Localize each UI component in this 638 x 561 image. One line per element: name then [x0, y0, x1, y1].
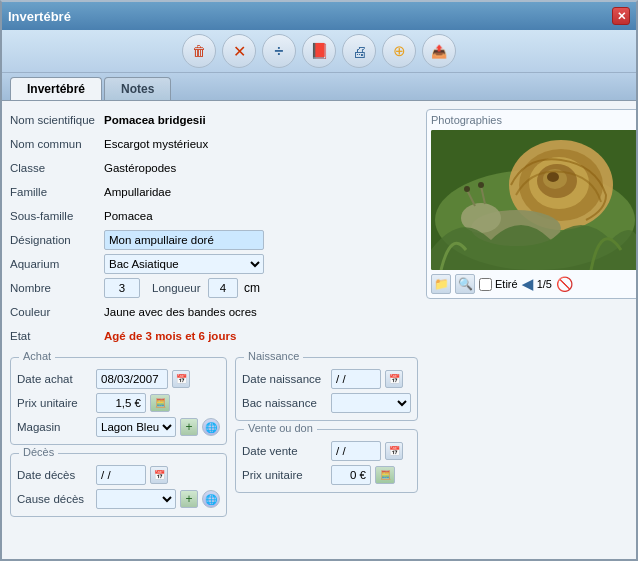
- designation-input[interactable]: [104, 230, 264, 250]
- help-button[interactable]: ⊕: [382, 34, 416, 68]
- achat-section: Achat Date achat 📅 Prix unitaire 🧮: [10, 353, 227, 517]
- designation-row: Désignation: [10, 229, 418, 251]
- right-panel: Photographies: [426, 109, 636, 551]
- cause-deces-select[interactable]: [96, 489, 176, 509]
- prix-vente-label: Prix unitaire: [242, 469, 327, 481]
- photo-controls: 📁 🔍 Etiré ◀ 1/5 🚫: [431, 274, 636, 294]
- longueur-input[interactable]: [208, 278, 238, 298]
- magnify-icon: 🔍: [458, 277, 473, 291]
- longueur-label: Longueur: [144, 282, 204, 294]
- couleur-row: Couleur Jaune avec des bandes ocres: [10, 301, 418, 323]
- cm-unit: cm: [244, 281, 260, 295]
- nombre-input[interactable]: [104, 278, 140, 298]
- magasin-add-button[interactable]: +: [180, 418, 198, 436]
- classe-value: Gastéropodes: [104, 162, 176, 174]
- nom-commun-label: Nom commun: [10, 138, 100, 150]
- couleur-value: Jaune avec des bandes ocres: [104, 306, 257, 318]
- photo-section-label: Photographies: [431, 114, 636, 126]
- toolbar: 🗑 ✕ ÷ 📕 🖨 ⊕ 📤: [2, 30, 636, 73]
- photo-zoom-button[interactable]: 🔍: [455, 274, 475, 294]
- date-deces-input[interactable]: [96, 465, 146, 485]
- nombre-longueur-row: Nombre Longueur cm: [10, 277, 418, 299]
- book-button[interactable]: 📕: [302, 34, 336, 68]
- magasin-row: Magasin Lagon Bleu + 🌐: [17, 416, 220, 438]
- photo-box: Photographies: [426, 109, 636, 299]
- cause-add-button[interactable]: +: [180, 490, 198, 508]
- date-achat-row: Date achat 📅: [17, 368, 220, 390]
- date-vente-label: Date vente: [242, 445, 327, 457]
- famille-row: Famille Ampullaridae: [10, 181, 418, 203]
- etiree-checkbox-label[interactable]: Etiré: [479, 278, 518, 291]
- divide-button[interactable]: ÷: [262, 34, 296, 68]
- date-deces-label: Date décès: [17, 469, 92, 481]
- bottom-sections: Achat Date achat 📅 Prix unitaire 🧮: [10, 353, 418, 517]
- photo-prev-button[interactable]: ◀: [522, 276, 533, 292]
- prix-unitaire-input[interactable]: [96, 393, 146, 413]
- date-vente-input[interactable]: [331, 441, 381, 461]
- famille-value: Ampullaridae: [104, 186, 171, 198]
- print-button[interactable]: 🖨: [342, 34, 376, 68]
- date-deces-calendar-button[interactable]: 📅: [150, 466, 168, 484]
- etat-label: Etat: [10, 330, 100, 342]
- deces-label: Décès: [19, 446, 58, 458]
- etiree-checkbox[interactable]: [479, 278, 492, 291]
- left-panel: Nom scientifique Pomacea bridgesii Nom c…: [10, 109, 418, 551]
- tab-notes[interactable]: Notes: [104, 77, 171, 100]
- close-window-button[interactable]: ✕: [612, 7, 630, 25]
- trash-button[interactable]: ✕: [222, 34, 256, 68]
- date-deces-row: Date décès 📅: [17, 464, 220, 486]
- date-naissance-calendar-button[interactable]: 📅: [385, 370, 403, 388]
- naissance-label: Naissance: [244, 350, 303, 362]
- date-achat-input[interactable]: [96, 369, 168, 389]
- right-sub-sections: Naissance Date naissance 📅 Bac naissance: [235, 353, 418, 517]
- aquarium-label: Aquarium: [10, 258, 100, 270]
- date-vente-calendar-button[interactable]: 📅: [385, 442, 403, 460]
- etiree-label: Etiré: [495, 278, 518, 290]
- achat-group: Achat Date achat 📅 Prix unitaire 🧮: [10, 357, 227, 445]
- photo-delete-button[interactable]: 🚫: [556, 276, 573, 292]
- classe-row: Classe Gastéropodes: [10, 157, 418, 179]
- prix-unitaire-label: Prix unitaire: [17, 397, 92, 409]
- bac-naissance-label: Bac naissance: [242, 397, 327, 409]
- export-button[interactable]: 📤: [422, 34, 456, 68]
- nom-commun-value: Escargot mystérieux: [104, 138, 208, 150]
- designation-label: Désignation: [10, 234, 100, 246]
- svg-point-7: [547, 172, 559, 182]
- main-window: Invertébré ✕ 🗑 ✕ ÷ 📕 🖨 ⊕ 📤 Invertébré No…: [0, 0, 638, 561]
- prix-unitaire-row: Prix unitaire 🧮: [17, 392, 220, 414]
- prix-vente-calc-button[interactable]: 🧮: [375, 466, 395, 484]
- bac-naissance-row: Bac naissance: [242, 392, 411, 414]
- date-vente-row: Date vente 📅: [242, 440, 411, 462]
- aquarium-select[interactable]: Bac Asiatique: [104, 254, 264, 274]
- prix-calc-button[interactable]: 🧮: [150, 394, 170, 412]
- tab-invertebrate[interactable]: Invertébré: [10, 77, 102, 100]
- cause-web-button[interactable]: 🌐: [202, 490, 220, 508]
- nom-scientifique-label: Nom scientifique: [10, 114, 100, 126]
- date-achat-calendar-button[interactable]: 📅: [172, 370, 190, 388]
- folder-icon: 📁: [434, 277, 449, 291]
- svg-point-13: [478, 182, 484, 188]
- date-achat-label: Date achat: [17, 373, 92, 385]
- naissance-group: Naissance Date naissance 📅 Bac naissance: [235, 357, 418, 421]
- sous-famille-label: Sous-famille: [10, 210, 100, 222]
- nom-commun-row: Nom commun Escargot mystérieux: [10, 133, 418, 155]
- title-bar: Invertébré ✕: [2, 2, 636, 30]
- prix-vente-row: Prix unitaire 🧮: [242, 464, 411, 486]
- date-naissance-label: Date naissance: [242, 373, 327, 385]
- delete-button[interactable]: 🗑: [182, 34, 216, 68]
- photo-display: [431, 130, 636, 270]
- content-area: Nom scientifique Pomacea bridgesii Nom c…: [2, 101, 636, 559]
- magasin-label: Magasin: [17, 421, 92, 433]
- magasin-web-button[interactable]: 🌐: [202, 418, 220, 436]
- magasin-select[interactable]: Lagon Bleu: [96, 417, 176, 437]
- sous-famille-value: Pomacea: [104, 210, 153, 222]
- date-naissance-input[interactable]: [331, 369, 381, 389]
- aquarium-row: Aquarium Bac Asiatique: [10, 253, 418, 275]
- vente-label: Vente ou don: [244, 422, 317, 434]
- vente-group: Vente ou don Date vente 📅 Prix unitaire …: [235, 429, 418, 493]
- deces-group: Décès Date décès 📅 Cause décès +: [10, 453, 227, 517]
- prix-vente-input[interactable]: [331, 465, 371, 485]
- famille-label: Famille: [10, 186, 100, 198]
- bac-naissance-select[interactable]: [331, 393, 411, 413]
- photo-folder-button[interactable]: 📁: [431, 274, 451, 294]
